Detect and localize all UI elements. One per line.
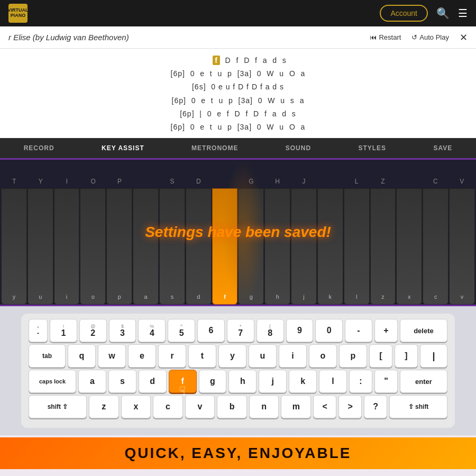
toolbar-styles[interactable]: STYLES — [353, 138, 391, 158]
key-q[interactable]: q — [68, 344, 96, 368]
key-7[interactable]: * 7 — [227, 319, 254, 342]
key-r[interactable]: r — [158, 344, 186, 368]
key-plus-minus[interactable]: + - — [29, 319, 48, 342]
key-backslash[interactable]: | — [420, 344, 447, 368]
piano-key-l[interactable]: l — [344, 188, 370, 305]
piano-key-h[interactable]: h — [264, 188, 290, 305]
key-m[interactable]: m — [281, 395, 311, 418]
account-button[interactable]: Account — [380, 5, 428, 22]
piano-key-d[interactable]: d — [186, 188, 212, 305]
key-h[interactable]: h — [228, 370, 257, 393]
key-tab[interactable]: tab — [29, 344, 66, 368]
key-enter[interactable]: enter — [400, 370, 447, 393]
highlight-f: f — [213, 56, 220, 65]
key-y[interactable]: y — [218, 344, 246, 368]
toolbar-key-assist[interactable]: KEY ASSIST — [96, 138, 150, 158]
key-n[interactable]: n — [249, 395, 279, 418]
bottom-banner: QUICK, EASY, ENJOYABLE — [0, 437, 476, 469]
key-t[interactable]: t — [188, 344, 216, 368]
key-x[interactable]: x — [121, 395, 151, 418]
key-s[interactable]: s — [108, 370, 136, 393]
key-quote[interactable]: " — [374, 370, 398, 393]
toolbar-sound[interactable]: SOUND — [280, 138, 316, 158]
logo-box: VIRTUALPIANO — [8, 4, 28, 23]
key-c[interactable]: c — [153, 395, 183, 418]
toolbar-metronome[interactable]: METRONOME — [186, 138, 243, 158]
sheet-line-6: [6p] 0 e t u p [3a] 0 W u O a — [0, 121, 476, 134]
key-w[interactable]: w — [98, 344, 126, 368]
key-3[interactable]: $ 3 — [109, 319, 136, 342]
key-5[interactable]: ^ 5 — [168, 319, 195, 342]
key-p[interactable]: p — [339, 344, 367, 368]
piano-key-x[interactable]: x — [396, 188, 422, 305]
key-gt[interactable]: > — [338, 395, 362, 418]
piano-key-c[interactable]: c — [423, 188, 448, 305]
key-minus[interactable]: - — [345, 319, 372, 342]
song-bar: r Elise (by Ludwig van Beethoven) ⏮ Rest… — [0, 26, 476, 49]
piano-key-g[interactable]: g — [238, 188, 264, 305]
key-v[interactable]: v — [185, 395, 215, 418]
key-8[interactable]: ( 8 — [257, 319, 284, 342]
keyboard-container: + - ! 1 @ 2 $ 3 % 4 ^ 5 — [0, 306, 476, 435]
key-plus2[interactable]: + — [374, 319, 398, 342]
key-f[interactable]: f ☟ — [169, 370, 197, 393]
song-controls: ⏮ Restart ↺ Auto Play ✕ — [370, 32, 468, 43]
key-lt[interactable]: < — [313, 395, 336, 418]
key-shift-right[interactable]: ⇧ shift — [389, 395, 447, 418]
key-u[interactable]: u — [249, 344, 277, 368]
key-d[interactable]: d — [139, 370, 167, 393]
key-caps-lock[interactable]: caps lock — [29, 370, 76, 393]
toolbar-record[interactable]: RECORD — [19, 138, 60, 158]
restart-icon: ⏮ — [370, 33, 377, 41]
key-4[interactable]: % 4 — [138, 319, 166, 342]
key-colon[interactable]: : — [349, 370, 372, 393]
piano-key-z[interactable]: z — [370, 188, 396, 305]
menu-icon[interactable]: ☰ — [458, 7, 468, 20]
piano-key-y[interactable]: y — [1, 188, 27, 305]
key-bracket-l[interactable]: [ — [369, 344, 392, 368]
keyboard-area: + - ! 1 @ 2 $ 3 % 4 ^ 5 — [21, 314, 455, 428]
piano-key-o[interactable]: o — [80, 188, 106, 305]
key-g[interactable]: g — [199, 370, 227, 393]
piano-key-i[interactable]: i — [54, 188, 80, 305]
key-9[interactable]: 9 — [286, 319, 314, 342]
key-2[interactable]: @ 2 — [79, 319, 107, 342]
piano-key-a[interactable]: a — [133, 188, 159, 305]
piano-key-v[interactable]: v — [449, 188, 475, 305]
key-l[interactable]: l — [319, 370, 347, 393]
autoplay-button[interactable]: ↺ Auto Play — [411, 33, 449, 41]
key-shift-left[interactable]: shift ⇧ — [29, 395, 87, 418]
search-icon[interactable]: 🔍 — [436, 7, 450, 20]
piano-key-s[interactable]: s — [159, 188, 185, 305]
key-a[interactable]: a — [78, 370, 106, 393]
key-j[interactable]: j — [259, 370, 287, 393]
sheet-area: f D f D f a d s [6p] 0 e t u p [3a] 0 W … — [0, 49, 476, 138]
close-button[interactable]: ✕ — [460, 32, 468, 43]
autoplay-icon: ↺ — [411, 33, 417, 41]
key-6[interactable]: 6 — [197, 319, 225, 342]
key-b[interactable]: b — [217, 395, 247, 418]
sheet-line-4: [6p] 0 e t u p [3a] 0 W u s a — [0, 94, 476, 107]
key-0[interactable]: 0 — [315, 319, 343, 342]
toolbar-save[interactable]: SAVE — [428, 138, 457, 158]
sheet-line-5: [6p] | 0 e f D f D f a d s — [0, 107, 476, 121]
key-k[interactable]: k — [289, 370, 317, 393]
piano-key-p[interactable]: p — [106, 188, 132, 305]
key-i[interactable]: i — [279, 344, 307, 368]
piano-key-u[interactable]: u — [28, 188, 53, 305]
key-1[interactable]: ! 1 — [50, 319, 77, 342]
key-bracket-r[interactable]: ] — [395, 344, 418, 368]
piano-white-keys: y u i o p a s d f g h j k l z x c v — [0, 188, 476, 305]
restart-button[interactable]: ⏮ Restart — [370, 33, 401, 41]
piano-key-k[interactable]: k — [317, 188, 343, 305]
key-question[interactable]: ? — [364, 395, 387, 418]
piano-key-j[interactable]: j — [291, 188, 317, 305]
header: VIRTUALPIANO Account 🔍 ☰ — [0, 0, 476, 26]
key-e[interactable]: e — [128, 344, 156, 368]
key-z[interactable]: z — [89, 395, 119, 418]
sheet-line-3: [6s] 0 e u f D f D f a d s — [0, 80, 476, 94]
key-o[interactable]: o — [309, 344, 337, 368]
piano-key-f[interactable]: f — [212, 188, 238, 305]
key-delete[interactable]: delete — [400, 319, 447, 342]
keyboard-row-qwerty: tab q w e r t y u i o p [ ] | — [29, 344, 447, 368]
